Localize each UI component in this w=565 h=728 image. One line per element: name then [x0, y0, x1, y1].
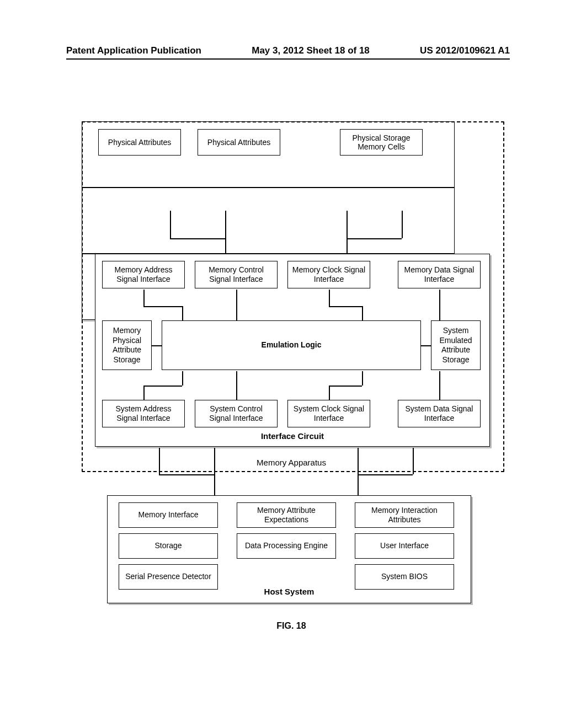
pmc-stack-mid — [82, 188, 455, 254]
conn-host-l1v — [159, 448, 160, 474]
header-center: May 3, 2012 Sheet 18 of 18 — [252, 45, 370, 56]
emulation-logic: Emulation Logic — [162, 320, 421, 370]
sys-ctrl-iface: System Control Signal Interface — [195, 400, 278, 427]
conn-host-r1h — [358, 474, 413, 475]
sys-data-iface: System Data Signal Interface — [398, 400, 481, 427]
conn-sysaddr-h — [143, 386, 182, 387]
interface-circuit-title: Interface Circuit — [95, 431, 489, 442]
conn-memdata-v — [439, 290, 440, 320]
conn-host-r1v — [358, 448, 359, 496]
conn-memaddr-v — [143, 290, 145, 306]
host-system-block: Memory Interface Memory Attribute Expect… — [107, 495, 471, 603]
conn-pmc-left-drop — [225, 211, 226, 255]
pmc-attr2: Physical Attributes — [198, 129, 280, 156]
host-mem-attr-exp: Memory Attribute Expectations — [237, 502, 336, 528]
sys-emu-attr-storage: System Emulated Attribute Storage — [431, 320, 481, 370]
conn-pmc-left-h — [170, 238, 225, 239]
interface-circuit-block: Memory Address Signal Interface Memory C… — [95, 254, 490, 447]
conn-sysclk-up — [362, 371, 363, 386]
header-left: Patent Application Publication — [66, 45, 201, 56]
host-dpe: Data Processing Engine — [237, 533, 336, 559]
conn-memaddr-drop — [182, 306, 183, 320]
mem-data-iface: Memory Data Signal Interface — [398, 261, 481, 288]
sys-addr-iface: System Address Signal Interface — [102, 400, 185, 427]
host-spd: Serial Presence Detector — [119, 564, 218, 590]
host-storage: Storage — [119, 533, 218, 559]
conn-host-l1h — [159, 474, 214, 475]
pmc-cells: Physical Storage Memory Cells — [340, 129, 423, 156]
mem-clk-iface: Memory Clock Signal Interface — [287, 261, 370, 288]
conn-sysctrl-v — [236, 371, 237, 400]
conn-memclk-drop — [362, 306, 363, 320]
conn-sysdata-v — [439, 371, 440, 400]
conn-pmc-left-v — [170, 211, 171, 238]
mem-addr-iface: Memory Address Signal Interface — [102, 261, 185, 288]
conn-sysclk-h — [329, 386, 362, 387]
header-right: US 2012/0109621 A1 — [420, 45, 510, 56]
page-header: Patent Application Publication May 3, 20… — [66, 45, 510, 60]
pmc-attr1: Physical Attributes — [98, 129, 181, 156]
conn-pmc-right-drop — [347, 211, 348, 255]
mem-phys-attr-storage: Memory Physical Attribute Storage — [102, 320, 152, 370]
conn-host-r2v — [413, 448, 414, 474]
conn-sysclk-v — [329, 386, 330, 400]
conn-mpa-emul — [152, 345, 162, 346]
memory-apparatus-label: Memory Apparatus — [82, 458, 501, 467]
host-mem-inter-attr: Memory Interaction Attributes — [355, 502, 454, 528]
host-system-title: Host System — [108, 587, 471, 597]
conn-pmc-right-h — [347, 238, 402, 239]
conn-memclk-v — [329, 290, 330, 306]
sys-clk-iface: System Clock Signal Interface — [287, 400, 370, 427]
conn-sysaddr-up — [182, 371, 183, 386]
host-mem-iface: Memory Interface — [119, 502, 218, 528]
conn-sysaddr-v — [143, 386, 145, 400]
conn-memclk-h — [329, 306, 362, 307]
conn-memaddr-h — [143, 306, 182, 307]
figure-label: FIG. 18 — [82, 621, 501, 631]
figure-diagram: Physical Attributes Physical Attributes … — [82, 121, 501, 320]
mem-ctrl-iface: Memory Control Signal Interface — [195, 261, 278, 288]
conn-memctrl-v — [236, 290, 237, 320]
conn-pmc-right-v — [402, 211, 403, 238]
conn-host-l2v — [214, 448, 215, 496]
host-bios: System BIOS — [355, 564, 454, 590]
host-ui: User Interface — [355, 533, 454, 559]
conn-emul-sea — [421, 345, 431, 346]
